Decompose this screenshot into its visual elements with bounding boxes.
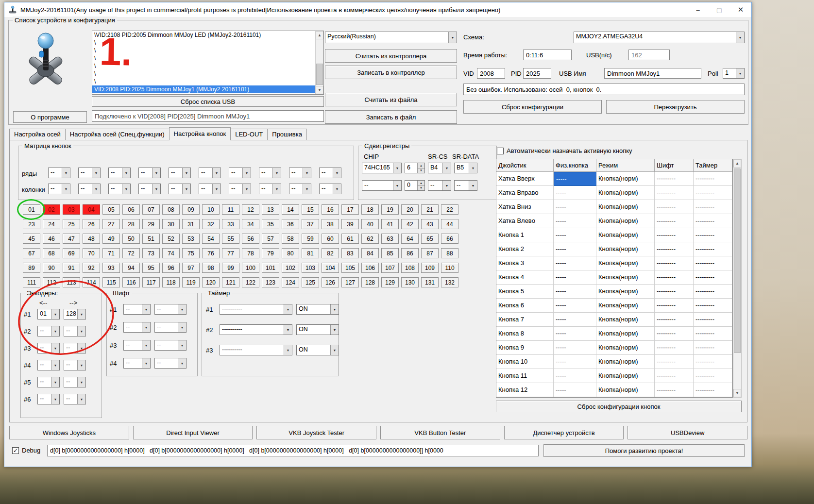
matrix-button-26[interactable]: 26 (83, 219, 100, 229)
matrix-button-20[interactable]: 20 (401, 204, 419, 215)
matrix-button-61[interactable]: 61 (341, 234, 359, 244)
matrix-button-01[interactable]: 01 (23, 204, 40, 215)
matrix-row-combo[interactable]: --▼ (78, 168, 101, 178)
tool-button-1[interactable]: Direct Input Viewer (133, 426, 253, 439)
encoder-left-combo[interactable]: --▼ (37, 360, 60, 370)
table-cell[interactable]: ----- (554, 186, 596, 200)
table-row[interactable]: Кнопка 10-----Кнопка(норм)--------------… (496, 355, 732, 369)
table-row[interactable]: Кнопка 7-----Кнопка(норм)---------------… (496, 313, 732, 327)
matrix-button-126[interactable]: 126 (322, 277, 339, 287)
device-list-item[interactable]: \ (92, 62, 315, 70)
matrix-button-92[interactable]: 92 (83, 263, 100, 273)
matrix-button-16[interactable]: 16 (322, 204, 339, 215)
table-cell[interactable]: --------- (694, 172, 732, 186)
table-cell[interactable]: --------- (694, 228, 732, 242)
matrix-button-40[interactable]: 40 (361, 219, 379, 229)
scroll-down-icon[interactable]: ▼ (316, 86, 323, 94)
matrix-button-98[interactable]: 98 (202, 263, 220, 273)
matrix-button-51[interactable]: 51 (142, 234, 160, 244)
table-cell[interactable]: Кнопка(норм) (596, 369, 655, 383)
about-button[interactable]: О программе (13, 111, 87, 123)
debug-field[interactable]: d[0] b[0000000000000000] h[0000] d[0] b[… (47, 445, 539, 456)
encoder-right-combo[interactable]: --▼ (64, 343, 86, 353)
matrix-button-101[interactable]: 101 (262, 263, 279, 273)
table-cell[interactable]: Хатка Влево (496, 214, 554, 228)
table-cell[interactable]: ----- (554, 172, 596, 186)
scroll-track[interactable] (316, 39, 323, 86)
table-cell[interactable]: ----- (554, 341, 596, 355)
table-cell[interactable]: Хатка Вправо (496, 186, 554, 200)
table-cell[interactable]: --------- (694, 214, 732, 228)
encoder-right-combo[interactable]: --▼ (64, 360, 86, 370)
matrix-button-106[interactable]: 106 (361, 263, 379, 273)
matrix-button-100[interactable]: 100 (242, 263, 259, 273)
maximize-button[interactable]: ▢ (709, 2, 730, 17)
matrix-button-93[interactable]: 93 (102, 263, 120, 273)
matrix-button-128[interactable]: 128 (361, 277, 379, 287)
table-cell[interactable]: Кнопка(норм) (596, 200, 655, 214)
table-cell[interactable]: --------- (655, 228, 694, 242)
matrix-button-12[interactable]: 12 (242, 204, 259, 215)
matrix-button-108[interactable]: 108 (401, 263, 419, 273)
matrix-button-132[interactable]: 132 (441, 277, 458, 287)
matrix-button-55[interactable]: 55 (222, 234, 239, 244)
device-list[interactable]: \VID:2108 PID:2005 Dimmoon MMJoy LED (MM… (92, 31, 324, 95)
matrix-button-63[interactable]: 63 (381, 234, 399, 244)
matrix-button-14[interactable]: 14 (282, 204, 299, 215)
encoder-right-combo[interactable]: --▼ (64, 326, 86, 336)
table-cell[interactable]: ----- (554, 228, 596, 242)
matrix-button-91[interactable]: 91 (63, 263, 80, 273)
matrix-button-107[interactable]: 107 (381, 263, 399, 273)
table-cell[interactable]: ----- (554, 256, 596, 270)
device-list-item[interactable]: \VID:2108 PID:2005 Dimmoon MMJoy LED (MM… (92, 31, 315, 39)
table-cell[interactable]: --------- (694, 299, 732, 313)
matrix-button-112[interactable]: 112 (43, 277, 60, 287)
matrix-button-13[interactable]: 13 (262, 204, 279, 215)
sr-count-spinner[interactable]: 0▲▼ (405, 180, 425, 191)
shift-combo-b[interactable]: --▼ (154, 304, 187, 315)
device-list-item[interactable]: \ (92, 78, 315, 85)
matrix-button-23[interactable]: 23 (23, 219, 40, 229)
matrix-button-74[interactable]: 74 (162, 248, 180, 258)
matrix-button-116[interactable]: 116 (122, 277, 140, 287)
write-to-file-button[interactable]: Записать в файл (325, 110, 457, 124)
matrix-button-66[interactable]: 66 (441, 234, 458, 244)
table-cell[interactable]: --------- (655, 242, 694, 256)
table-cell[interactable]: --------- (655, 200, 694, 214)
matrix-button-38[interactable]: 38 (322, 219, 339, 229)
table-cell[interactable]: Кнопка(норм) (596, 256, 655, 270)
matrix-col-combo[interactable]: --▼ (138, 184, 161, 194)
table-cell[interactable]: Кнопка 5 (496, 285, 554, 299)
shift-combo-b[interactable]: --▼ (154, 340, 187, 351)
matrix-button-96[interactable]: 96 (162, 263, 180, 273)
matrix-row-combo[interactable]: --▼ (229, 168, 251, 178)
table-cell[interactable]: --------- (655, 214, 694, 228)
matrix-row-combo[interactable]: --▼ (199, 168, 221, 178)
read-from-file-button[interactable]: Считать из файла (325, 93, 457, 106)
table-cell[interactable]: --------- (655, 341, 694, 355)
close-button[interactable]: ✕ (730, 2, 751, 17)
scroll-up-icon[interactable]: ▲ (316, 31, 323, 39)
matrix-button-68[interactable]: 68 (43, 248, 60, 258)
matrix-button-64[interactable]: 64 (401, 234, 419, 244)
table-cell[interactable]: Кнопка 2 (496, 242, 554, 256)
table-row[interactable]: Кнопка 4-----Кнопка(норм)---------------… (496, 270, 732, 285)
button-table-scrollbar[interactable]: ▲ ▼ (733, 159, 742, 398)
table-row[interactable]: Хатка Вверх-----Кнопка(норм)------------… (496, 172, 732, 186)
table-cell[interactable]: Кнопка(норм) (596, 299, 655, 313)
table-cell[interactable]: Кнопка(норм) (596, 355, 655, 369)
matrix-button-82[interactable]: 82 (322, 248, 339, 258)
scroll-up-icon[interactable]: ▲ (733, 159, 741, 168)
matrix-button-90[interactable]: 90 (43, 263, 60, 273)
matrix-button-76[interactable]: 76 (202, 248, 220, 258)
matrix-col-combo[interactable]: --▼ (48, 184, 70, 194)
table-cell[interactable]: --------- (655, 313, 694, 327)
table-cell[interactable]: --------- (655, 285, 694, 299)
scroll-thumb[interactable] (316, 64, 323, 85)
matrix-button-52[interactable]: 52 (162, 234, 180, 244)
table-cell[interactable]: ----- (554, 355, 596, 369)
table-cell[interactable]: Кнопка 3 (496, 256, 554, 270)
matrix-button-129[interactable]: 129 (381, 277, 399, 287)
status-field[interactable]: Без ошибок. Использовано: осей 0, кнопок… (463, 84, 745, 95)
table-cell[interactable]: Кнопка(норм) (596, 228, 655, 242)
